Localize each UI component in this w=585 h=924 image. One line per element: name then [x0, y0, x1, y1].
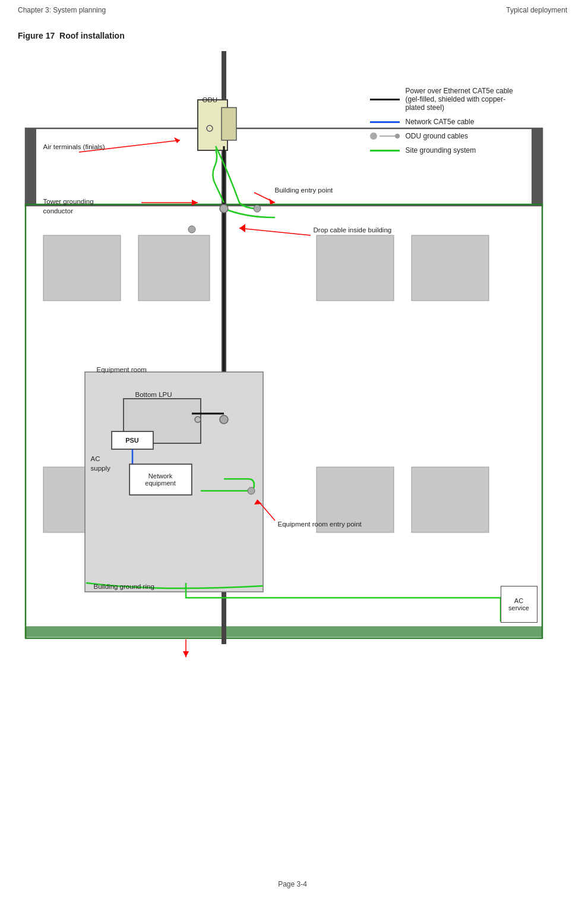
label-building-ground: Building ground ring [94, 583, 154, 590]
legend-item-grounding: Site grounding system [370, 146, 548, 154]
svg-line-34 [257, 500, 275, 521]
svg-rect-21 [138, 235, 210, 301]
svg-rect-22 [317, 235, 394, 301]
svg-point-33 [248, 487, 255, 494]
svg-rect-5 [222, 51, 226, 209]
label-building-entry: Building entry point [275, 187, 333, 194]
figure-title: Figure 17 Roof installation [0, 20, 585, 45]
svg-rect-23 [412, 235, 489, 301]
svg-marker-38 [183, 651, 189, 657]
legend-line-network [370, 121, 400, 123]
svg-line-14 [254, 193, 275, 203]
svg-point-42 [220, 415, 228, 424]
legend-dot-odu [370, 133, 400, 140]
svg-point-9 [207, 125, 213, 131]
svg-point-29 [195, 417, 201, 422]
page-footer: Page 3-4 [0, 868, 585, 900]
header-left: Chapter 3: System planning [18, 6, 106, 14]
legend-label-network: Network CAT5e cable [406, 118, 475, 126]
legend-item-odu-ground: ODU ground cables [370, 132, 548, 140]
svg-marker-15 [269, 198, 275, 204]
svg-marker-13 [192, 200, 198, 206]
svg-rect-4 [26, 626, 542, 637]
svg-rect-27 [412, 467, 489, 532]
legend-item-poe: Power over Ethernet CAT5e cable(gel-fill… [370, 87, 548, 112]
label-equip-entry: Equipment room entry point [278, 521, 362, 528]
svg-rect-7 [198, 100, 227, 150]
svg-point-41 [220, 204, 228, 213]
label-air-terminals: Air terminals (finials) [43, 143, 105, 150]
svg-rect-8 [222, 108, 236, 140]
psu-box: PSU [112, 431, 153, 449]
svg-rect-20 [43, 235, 121, 301]
svg-point-19 [254, 205, 261, 212]
label-tower-grounding: Tower groundingconductor [43, 197, 94, 216]
header-right: Typical deployment [506, 6, 567, 14]
label-drop-cable: Drop cable inside building [314, 226, 392, 234]
svg-marker-11 [174, 137, 180, 143]
ac-service-box: ACservice [501, 586, 537, 623]
legend-label-grounding: Site grounding system [406, 146, 476, 154]
label-bottom-lpu: Bottom LPU [135, 391, 172, 398]
legend-label-poe: Power over Ethernet CAT5e cable(gel-fill… [406, 87, 513, 112]
network-equipment-box: Networkequipment [129, 464, 192, 495]
svg-rect-6 [222, 204, 226, 644]
legend: Power over Ethernet CAT5e cable(gel-fill… [370, 87, 548, 160]
label-equipment-room: Equipment room [97, 366, 147, 373]
diagram-container: Power over Ethernet CAT5e cable(gel-fill… [20, 51, 566, 705]
legend-item-network: Network CAT5e cable [370, 118, 548, 126]
label-odu: ODU [203, 96, 218, 103]
svg-marker-35 [254, 500, 262, 504]
svg-rect-3 [26, 204, 542, 638]
legend-line-grounding [370, 150, 400, 152]
svg-line-16 [239, 228, 311, 235]
svg-point-43 [188, 226, 195, 233]
svg-marker-17 [239, 224, 245, 232]
legend-line-poe [370, 99, 400, 100]
legend-label-odu-ground: ODU ground cables [406, 132, 468, 140]
svg-rect-1 [26, 128, 36, 206]
label-ac-supply: ACsupply [91, 454, 110, 473]
svg-rect-24 [43, 467, 103, 532]
